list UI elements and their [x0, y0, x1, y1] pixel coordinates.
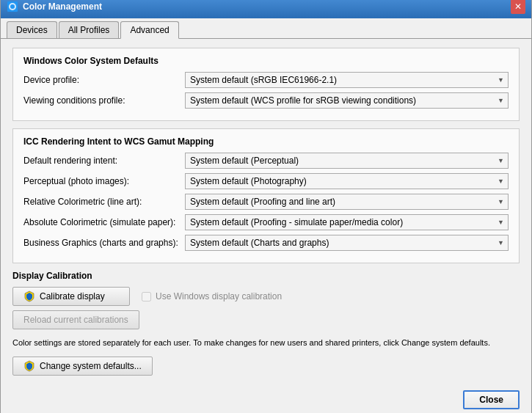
- svg-point-2: [10, 4, 15, 9]
- absolute-colorimetric-select-wrapper: System default (Proofing - simulate pape…: [185, 214, 509, 230]
- use-calibration-row: Use Windows display calibration: [142, 291, 282, 301]
- device-profile-select-wrapper: System default (sRGB IEC61966-2.1): [185, 72, 509, 88]
- viewing-conditions-label: Viewing conditions profile:: [23, 95, 185, 106]
- window-title: Color Management: [23, 1, 102, 12]
- use-calibration-checkbox[interactable]: [142, 292, 151, 301]
- window-close-button[interactable]: ✕: [511, 0, 525, 14]
- tab-advanced[interactable]: Advanced: [120, 21, 178, 39]
- reload-calibrations-button[interactable]: Reload current calibrations: [12, 310, 139, 329]
- default-rendering-select[interactable]: System default (Perceptual): [185, 153, 509, 169]
- business-graphics-label: Business Graphics (charts and graphs):: [23, 238, 185, 248]
- close-bar: Close: [1, 384, 531, 413]
- windows-defaults-label: Windows Color System Defaults: [23, 56, 509, 66]
- change-system-defaults-button[interactable]: Change system defaults...: [12, 357, 153, 376]
- relative-colorimetric-label: Relative Colorimetric (line art):: [23, 197, 185, 207]
- reload-calibrations-label: Reload current calibrations: [23, 315, 128, 325]
- calibration-buttons: Calibrate display Use Windows display ca…: [12, 287, 520, 306]
- shield-icon-2: [23, 360, 35, 372]
- icc-mapping-label: ICC Rendering Intent to WCS Gamut Mappin…: [23, 136, 509, 147]
- device-profile-row: Device profile: System default (sRGB IEC…: [23, 72, 509, 88]
- business-graphics-row: Business Graphics (charts and graphs): S…: [23, 235, 509, 251]
- close-button[interactable]: Close: [463, 390, 520, 409]
- viewing-conditions-select-wrapper: System default (WCS profile for sRGB vie…: [185, 92, 509, 109]
- calibration-label: Display Calibration: [12, 271, 520, 281]
- tab-all-profiles[interactable]: All Profiles: [59, 21, 120, 38]
- title-bar: Color Management ✕: [1, 0, 531, 18]
- calibration-section: Display Calibration Calibrate display Us…: [12, 271, 520, 329]
- absolute-colorimetric-row: Absolute Colorimetric (simulate paper): …: [23, 214, 509, 230]
- device-profile-label: Device profile:: [23, 75, 185, 85]
- window-icon: [7, 1, 18, 12]
- viewing-conditions-select[interactable]: System default (WCS profile for sRGB vie…: [185, 92, 509, 109]
- business-graphics-select-wrapper: System default (Charts and graphs): [185, 235, 509, 251]
- tab-content: Windows Color System Defaults Device pro…: [1, 39, 531, 384]
- icc-mapping-group: ICC Rendering Intent to WCS Gamut Mappin…: [12, 128, 520, 263]
- change-system-defaults-label: Change system defaults...: [40, 361, 142, 371]
- perceptual-select[interactable]: System default (Photography): [185, 173, 509, 189]
- device-profile-select[interactable]: System default (sRGB IEC61966-2.1): [185, 72, 509, 88]
- footer-text: Color settings are stored separately for…: [12, 337, 520, 349]
- windows-defaults-content: Windows Color System Defaults Device pro…: [13, 48, 519, 120]
- color-management-window: Color Management ✕ Devices All Profiles …: [0, 0, 532, 413]
- use-calibration-label: Use Windows display calibration: [156, 291, 282, 301]
- default-rendering-row: Default rendering intent: System default…: [23, 153, 509, 169]
- shield-icon: [23, 290, 35, 302]
- icc-mapping-content: ICC Rendering Intent to WCS Gamut Mappin…: [13, 129, 519, 263]
- title-bar-left: Color Management: [7, 1, 102, 12]
- perceptual-select-wrapper: System default (Photography): [185, 173, 509, 189]
- footer-actions: Change system defaults...: [12, 357, 520, 376]
- relative-colorimetric-select-wrapper: System default (Proofing and line art): [185, 194, 509, 210]
- default-rendering-label: Default rendering intent:: [23, 156, 185, 166]
- calibrate-display-label: Calibrate display: [40, 291, 105, 301]
- viewing-conditions-row: Viewing conditions profile: System defau…: [23, 92, 509, 109]
- business-graphics-select[interactable]: System default (Charts and graphs): [185, 235, 509, 251]
- windows-defaults-group: Windows Color System Defaults Device pro…: [12, 48, 520, 121]
- relative-colorimetric-row: Relative Colorimetric (line art): System…: [23, 194, 509, 210]
- default-rendering-select-wrapper: System default (Perceptual): [185, 153, 509, 169]
- tab-devices[interactable]: Devices: [7, 21, 57, 38]
- perceptual-row: Perceptual (photo images): System defaul…: [23, 173, 509, 189]
- absolute-colorimetric-label: Absolute Colorimetric (simulate paper):: [23, 217, 185, 227]
- tab-bar: Devices All Profiles Advanced: [1, 18, 531, 39]
- absolute-colorimetric-select[interactable]: System default (Proofing - simulate pape…: [185, 214, 509, 230]
- relative-colorimetric-select[interactable]: System default (Proofing and line art): [185, 194, 509, 210]
- calibrate-display-button[interactable]: Calibrate display: [12, 287, 130, 306]
- perceptual-label: Perceptual (photo images):: [23, 176, 185, 186]
